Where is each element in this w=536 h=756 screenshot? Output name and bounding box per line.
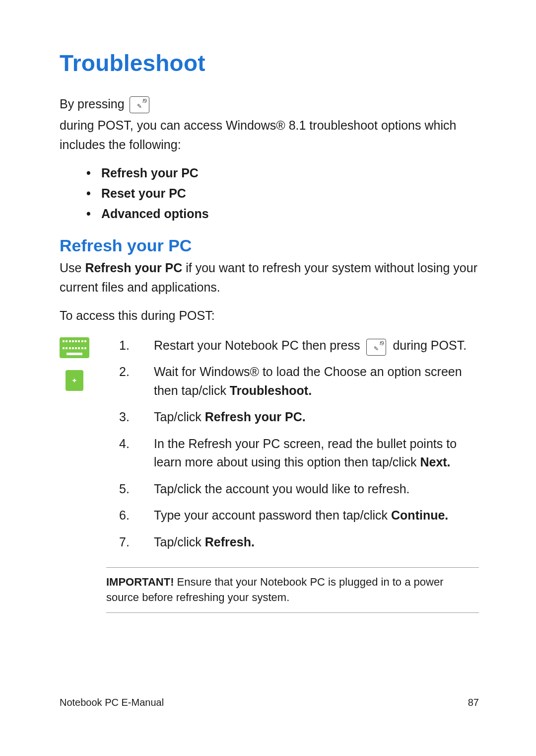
tools-icon: ✎ <box>137 102 142 113</box>
important-label: IMPORTANT! <box>106 576 174 588</box>
step-text: Tap/click <box>154 410 205 424</box>
step-2: Wait for Windows® to load the Choose an … <box>119 363 479 400</box>
intro-text-before-key: By pressing <box>60 94 125 114</box>
step-text: Restart your Notebook PC then press <box>154 338 360 352</box>
page-footer: Notebook PC E-Manual 87 <box>60 697 479 708</box>
section-heading: Refresh your PC <box>60 236 479 255</box>
touch-hand-icon: ✦ <box>71 377 77 384</box>
page-title: Troubleshoot <box>60 50 479 76</box>
bold-refresh-your-pc: Refresh your PC <box>85 261 182 275</box>
step-3: Tap/click Refresh your PC. <box>119 408 479 427</box>
step-text: Tap/click <box>154 535 205 549</box>
bold-next: Next. <box>420 455 450 469</box>
option-refresh: Refresh your PC <box>86 166 479 180</box>
intro-text-after-key: during POST, you can access Windows® 8.1… <box>60 116 479 154</box>
bold-troubleshoot: Troubleshoot. <box>230 383 312 397</box>
page-number: 87 <box>468 697 479 708</box>
step-text: Type your account password then tap/clic… <box>154 508 391 522</box>
bold-refresh: Refresh. <box>205 535 255 549</box>
bold-refresh-your-pc: Refresh your PC. <box>205 410 306 424</box>
step-text: In the Refresh your PC screen, read the … <box>154 437 457 469</box>
troubleshoot-options-list: Refresh your PC Reset your PC Advanced o… <box>86 166 479 221</box>
steps-list: Restart your Notebook PC then press f9 ✎… <box>119 336 479 560</box>
f9-key-icon: f9 ✎ <box>366 339 386 356</box>
tools-icon: ✎ <box>374 344 379 355</box>
keyboard-icon <box>60 337 89 358</box>
icon-column: ✦ <box>60 336 103 560</box>
intro-paragraph: By pressing f9 ✎ during POST, you can ac… <box>60 94 479 154</box>
footer-left: Notebook PC E-Manual <box>60 697 164 708</box>
key-label: f9 <box>142 97 146 105</box>
important-note: IMPORTANT! Ensure that your Notebook PC … <box>106 567 479 613</box>
manual-page: Troubleshoot By pressing f9 ✎ during POS… <box>0 0 536 756</box>
step-1: Restart your Notebook PC then press f9 ✎… <box>119 336 479 355</box>
step-4: In the Refresh your PC screen, read the … <box>119 435 479 472</box>
section-paragraph-1: Use Refresh your PC if you want to refre… <box>60 258 479 297</box>
key-label: f9 <box>380 340 384 347</box>
touchscreen-icon: ✦ <box>66 370 83 391</box>
text-segment: Use <box>60 261 85 275</box>
section-paragraph-2: To access this during POST: <box>60 306 479 325</box>
option-reset: Reset your PC <box>86 186 479 201</box>
step-5: Tap/click the account you would like to … <box>119 480 479 499</box>
step-6: Type your account password then tap/clic… <box>119 506 479 525</box>
step-text: during POST. <box>393 338 467 352</box>
step-7: Tap/click Refresh. <box>119 533 479 552</box>
f9-key-icon: f9 ✎ <box>130 96 149 113</box>
option-advanced: Advanced options <box>86 207 479 221</box>
bold-continue: Continue. <box>391 508 448 522</box>
steps-block: ✦ Restart your Notebook PC then press f9… <box>60 336 479 560</box>
